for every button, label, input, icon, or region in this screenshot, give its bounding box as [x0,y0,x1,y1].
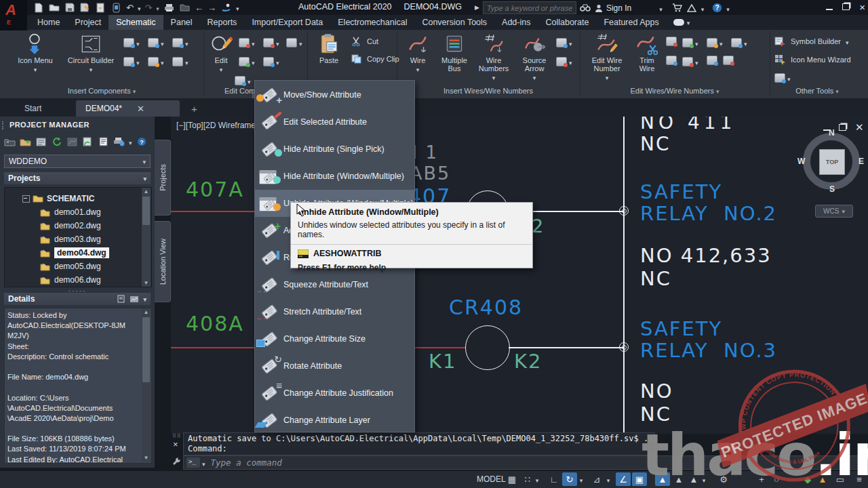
minimize-button[interactable] [826,3,833,10]
wire-number-tool-icon[interactable] [556,57,567,66]
menu-item-change-attribute-size[interactable]: Change Attribute Size [255,325,414,352]
symbol-builder-button[interactable]: Symbol Builder [774,35,849,47]
redo-icon[interactable]: ↷ [144,3,152,12]
insert-component-tool-icon[interactable] [172,57,183,66]
undo-icon[interactable]: ↶ [126,3,134,12]
edit-component-tool-icon[interactable] [286,38,297,47]
command-wrench-icon[interactable] [172,457,181,466]
refresh-project-icon[interactable] [51,136,62,147]
search-binoculars-icon[interactable] [580,3,591,14]
tab-start[interactable]: Start [15,100,51,117]
tool-caret-icon[interactable] [695,56,698,68]
tool-caret-icon[interactable] [136,56,140,68]
autodesk-account-icon[interactable] [686,3,698,14]
tree-scrollbar[interactable]: ▲ ▼ [142,188,151,287]
tool-caret-icon[interactable] [299,37,302,49]
white-wire-lower[interactable] [509,347,623,348]
tool-caret-icon[interactable] [276,37,279,49]
edit-component-tool-icon[interactable] [263,38,274,47]
menu-item-hide-attribute-single[interactable]: Hide Attribute (Single Pick) [255,136,414,163]
new-file-icon[interactable] [33,2,44,13]
scroll-down-icon[interactable]: ▼ [142,279,151,287]
icon-menu-wizard-button[interactable]: Icon Menu Wizard [774,54,851,65]
forward-arrow-icon[interactable]: → [208,3,216,12]
edit-component-tool-icon[interactable] [235,76,245,85]
toolbar-more-caret-icon[interactable] [129,136,132,148]
tab-close-icon[interactable]: ✕ [137,104,144,114]
sign-in-button[interactable]: Sign In [595,3,631,13]
menu-item-squeeze-attribute[interactable]: Squeeze Attribute/Text [255,271,414,298]
tool-caret-icon[interactable] [719,37,723,49]
wire-connection-node-lower[interactable] [619,342,629,352]
tool-caret-icon[interactable] [185,56,189,68]
snap-caret-icon[interactable] [533,472,541,486]
group-insert-components[interactable]: Insert Components [14,87,190,97]
tool-caret-icon[interactable] [248,75,251,87]
edit-wire-tool-icon[interactable] [666,37,677,46]
menu-item-change-attribute-layer[interactable]: Change Attribute Layer [255,407,414,434]
viewport-close-icon[interactable]: ✕ [855,122,864,132]
qat-customize-caret-icon[interactable] [236,1,239,14]
plot-project-icon[interactable] [66,136,78,147]
scroll-up-icon[interactable]: ▲ [142,188,151,195]
command-close-icon[interactable] [173,439,178,449]
polar-tracking-toggle[interactable]: ↻ [562,472,577,486]
export-dwf-icon[interactable] [95,2,106,13]
tab-reports[interactable]: Reports [200,15,245,30]
sign-in-caret-icon[interactable] [659,2,663,14]
tab-import-export-data[interactable]: Import/Export Data [244,15,330,30]
command-prompt-icon[interactable] [186,458,200,468]
tab-collaborate[interactable]: Collaborate [538,15,596,30]
isodraft-caret-icon[interactable] [604,472,612,486]
media-toggle-button[interactable] [667,15,697,30]
edit-wire-number-button[interactable]: Edit Wire Number [586,33,628,81]
tree-file-demo01[interactable]: demo01.dwg [40,205,101,219]
vertical-bus-wire[interactable] [623,117,625,434]
autodesk-caret-icon[interactable] [701,2,705,14]
tab-schematic[interactable]: Schematic [108,15,163,30]
grid-display-toggle[interactable]: ▦ [505,472,519,486]
viewport-controls[interactable]: [−][Top][2D Wireframe [176,121,256,130]
object-snap-tracking-toggle[interactable]: ∠ [616,472,631,486]
tree-folder-schematic[interactable]: SCHEMATIC [20,192,94,205]
scroll-thumb[interactable] [142,197,150,225]
edit-wire-tool-icon[interactable] [707,56,717,65]
viewcube-west[interactable]: W [797,157,805,166]
details-section-header[interactable]: Details [4,293,151,305]
edit-component-tool-icon[interactable] [239,57,250,66]
panel-grip[interactable] [2,121,7,129]
multiple-bus-button[interactable]: Multiple Bus [437,33,472,73]
save-icon[interactable] [64,2,75,13]
drawing-list-report-icon[interactable] [98,136,109,147]
open-folder-icon[interactable] [48,2,60,13]
menu-item-stretch-attribute[interactable]: Stretch Attribute/Text [255,298,414,325]
print-icon[interactable] [163,2,175,13]
wire-button[interactable]: Wire [401,33,434,73]
viewcube-top-face[interactable]: TOP [819,149,845,175]
app-store-cart-icon[interactable] [671,3,683,14]
viewport-restore-icon[interactable] [839,124,846,131]
search-expand-icon[interactable]: ▶ [475,5,479,11]
tab-add-ins[interactable]: Add-ins [494,15,538,30]
wire-connection-node-upper[interactable] [619,206,629,216]
tree-file-demo06[interactable]: demo06.dwg [40,273,101,287]
publish-icon[interactable] [113,136,125,147]
tool-caret-icon[interactable] [185,37,189,49]
tree-file-demo04-selected[interactable]: demo04.dwg [40,246,109,260]
edit-wire-tool-icon[interactable] [666,56,677,65]
tool-caret-icon[interactable] [161,56,164,68]
tab-project[interactable]: Project [67,15,108,30]
batch-plot-icon[interactable] [220,2,232,13]
new-tab-button[interactable]: + [182,100,207,117]
tree-file-demo03[interactable]: demo03.dwg [40,232,101,246]
help-search-input[interactable] [483,1,576,14]
edit-component-tool-icon[interactable] [239,38,250,47]
edit-wire-tool-icon[interactable] [731,38,742,47]
insert-component-tool-icon[interactable] [123,38,134,47]
circuit-builder-button[interactable]: Circuit Builder [65,33,117,73]
project-select[interactable]: WDDEMO [4,155,151,168]
edit-component-button[interactable]: Edit [206,33,236,73]
icon-menu-button[interactable]: Icon Menu [11,33,60,73]
tab-demo04[interactable]: DEMO04*✕ [76,100,180,117]
cut-button[interactable]: Cut [351,37,378,46]
